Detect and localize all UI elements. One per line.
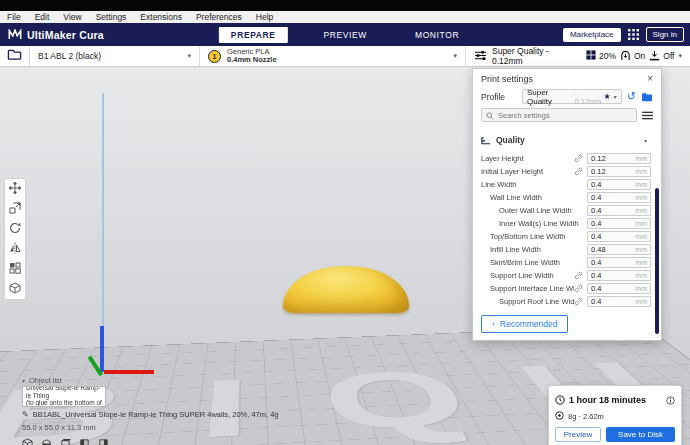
setting-value-field[interactable]: 0.4mm bbox=[587, 192, 651, 203]
right-view-button[interactable] bbox=[98, 437, 109, 445]
menu-item-extensions[interactable]: Extensions bbox=[140, 12, 182, 22]
left-view-button[interactable] bbox=[79, 437, 90, 445]
setting-row-wall-line-width[interactable]: Wall Line Width0.4mm bbox=[473, 191, 661, 204]
setting-unit: mm bbox=[635, 168, 647, 175]
setting-label: Wall Line Width bbox=[481, 193, 587, 202]
adhesion-summary: Off bbox=[649, 50, 674, 63]
setting-row-infill-line-width[interactable]: Infill Line Width0.48mm bbox=[473, 243, 661, 256]
tab-monitor[interactable]: MONITOR bbox=[403, 27, 471, 43]
setting-unit: mm bbox=[635, 155, 647, 162]
menu-item-help[interactable]: Help bbox=[256, 12, 273, 22]
reset-profile-icon[interactable]: ↺ bbox=[627, 91, 636, 102]
setting-value-field[interactable]: 0.4mm bbox=[587, 231, 651, 242]
link-icon bbox=[574, 167, 583, 176]
move-tool-button[interactable] bbox=[5, 179, 25, 199]
tab-prepare[interactable]: PREPARE bbox=[219, 27, 288, 43]
menu-item-file[interactable]: File bbox=[7, 12, 21, 22]
recommended-button[interactable]: ‹ Recommended bbox=[481, 315, 568, 333]
setting-label: Initial Layer Height bbox=[481, 167, 574, 176]
setting-row-outer-wall-line-width[interactable]: Outer Wall Line Width0.4mm bbox=[473, 204, 661, 217]
setting-row-inner-wall-s-line-width[interactable]: Inner Wall(s) Line Width0.4mm bbox=[473, 217, 661, 230]
summary-right: 20% On Off ▾ bbox=[586, 50, 682, 63]
setting-value-field[interactable]: 0.4mm bbox=[587, 296, 651, 307]
print-settings-panel: Print settings × Profile Super Quality -… bbox=[472, 68, 662, 341]
setting-value-field[interactable]: 0.4mm bbox=[587, 283, 651, 294]
setting-value: 0.4 bbox=[591, 180, 601, 189]
material-info: Generic PLA 0.4mm Nozzle bbox=[227, 48, 277, 65]
profile-row: Profile Super Quality - 0.12mm ★ ▾ ↺ bbox=[473, 88, 661, 108]
open-file-button[interactable] bbox=[0, 46, 30, 66]
marketplace-button[interactable]: Marketplace bbox=[563, 28, 621, 42]
sign-in-button[interactable]: Sign in bbox=[646, 27, 684, 42]
setting-value-field[interactable]: 0.4mm bbox=[587, 257, 651, 268]
per-model-settings-tool-button[interactable] bbox=[5, 259, 25, 279]
setting-row-support-line-width[interactable]: Support Line Width0.4mm bbox=[473, 269, 661, 282]
object-list-toggle[interactable]: ▾ Object list bbox=[22, 376, 279, 385]
profile-dropdown[interactable]: Super Quality - 0.12mm ★ ▾ bbox=[522, 89, 622, 104]
selected-object-row[interactable]: ✎ BB1ABL_Universal Slope-ie Ramp-ie Thin… bbox=[22, 410, 279, 419]
3d-view-button[interactable] bbox=[22, 437, 33, 445]
save-to-disk-button[interactable]: Save to Disk bbox=[606, 427, 675, 442]
setting-value-field[interactable]: 0.4mm bbox=[587, 205, 651, 216]
quality-section-icon bbox=[481, 131, 491, 149]
search-input[interactable] bbox=[498, 111, 632, 120]
material-usage-row: 8g · 2.62m bbox=[555, 411, 675, 422]
front-view-icon bbox=[41, 437, 52, 445]
mirror-tool-button[interactable] bbox=[5, 239, 25, 259]
preview-button[interactable]: Preview bbox=[555, 427, 601, 442]
menu-item-preferences[interactable]: Preferences bbox=[196, 12, 242, 22]
setting-value-field[interactable]: 0.4mm bbox=[587, 270, 651, 281]
setting-row-layer-height[interactable]: Layer Height0.12mm bbox=[473, 152, 661, 165]
setting-row-initial-layer-height[interactable]: Initial Layer Height0.12mm bbox=[473, 165, 661, 178]
setting-row-skirt-brim-line-width[interactable]: Skirt/Brim Line Width0.4mm bbox=[473, 256, 661, 269]
edit-name-icon[interactable]: ✎ bbox=[22, 410, 29, 419]
menu-item-edit[interactable]: Edit bbox=[35, 12, 50, 22]
search-box[interactable] bbox=[481, 108, 637, 122]
scale-tool-button[interactable] bbox=[5, 199, 25, 219]
setting-unit: mm bbox=[635, 181, 647, 188]
configuration-bar: B1 ABL 2 (black) ▾ 1 Generic PLA 0.4mm N… bbox=[0, 46, 690, 67]
top-view-button[interactable] bbox=[60, 437, 71, 445]
support-icon bbox=[620, 50, 631, 63]
action-panel: 1 hour 18 minutes 8g · 2.62m Preview Sav… bbox=[548, 385, 682, 445]
brand: UltiMaker Cura bbox=[0, 26, 104, 44]
top-view-icon bbox=[60, 437, 71, 445]
setting-value-field[interactable]: 0.12mm bbox=[587, 153, 651, 164]
setting-unit: mm bbox=[635, 220, 647, 227]
info-icon[interactable] bbox=[666, 396, 675, 405]
settings-menu-icon[interactable] bbox=[642, 111, 653, 120]
os-titlebar bbox=[0, 0, 690, 11]
setting-value-field[interactable]: 0.12mm bbox=[587, 166, 651, 177]
model-dome[interactable] bbox=[283, 266, 409, 313]
rotate-tool-button[interactable] bbox=[5, 219, 25, 239]
setting-value-field[interactable]: 0.48mm bbox=[587, 244, 651, 255]
material-selector[interactable]: 1 Generic PLA 0.4mm Nozzle ▾ bbox=[200, 46, 466, 66]
printer-selector[interactable]: B1 ABL 2 (black) ▾ bbox=[30, 46, 200, 66]
front-view-button[interactable] bbox=[41, 437, 52, 445]
setting-value: 0.4 bbox=[591, 297, 601, 306]
menu-item-view[interactable]: View bbox=[63, 12, 81, 22]
setting-label: Outer Wall Line Width bbox=[481, 206, 587, 215]
panel-scrollbar[interactable] bbox=[655, 188, 659, 334]
support-blocker-tool-button[interactable] bbox=[5, 279, 25, 299]
close-icon[interactable]: × bbox=[647, 74, 653, 84]
setting-row-support-interface-line-width[interactable]: Support Interface Line Width0.4mm bbox=[473, 282, 661, 295]
setting-row-line-width[interactable]: Line Width0.4mm bbox=[473, 178, 661, 191]
object-dimensions: 55.0 x 55.0 x 11.3 mm bbox=[22, 423, 279, 432]
print-settings-summary[interactable]: Super Quality - 0.12mm 20% On Off ▾ bbox=[466, 46, 690, 66]
section-quality[interactable]: Quality ▾ bbox=[473, 127, 661, 152]
save-profile-icon[interactable] bbox=[641, 92, 653, 102]
object-list-area: ▾ Object list Universal Slope-ie Ramp-ie… bbox=[22, 376, 279, 445]
setting-value-field[interactable]: 0.4mm bbox=[587, 218, 651, 229]
setting-row-support-roof-line-width[interactable]: Support Roof Line Width0.4mm bbox=[473, 295, 661, 308]
setting-row-top-bottom-line-width[interactable]: Top/Bottom Line Width0.4mm bbox=[473, 230, 661, 243]
setting-value: 0.4 bbox=[591, 258, 601, 267]
setting-value-field[interactable]: 0.4mm bbox=[587, 179, 651, 190]
app-title: UltiMaker Cura bbox=[27, 29, 104, 41]
apps-grid-icon[interactable] bbox=[628, 29, 639, 40]
selected-object-name: BB1ABL_Universal Slope-ie Ramp-ie Thing … bbox=[33, 410, 279, 419]
menu-item-settings[interactable]: Settings bbox=[96, 12, 127, 22]
3d-view-icon bbox=[22, 437, 33, 445]
setting-unit: mm bbox=[635, 194, 647, 201]
tab-preview[interactable]: PREVIEW bbox=[312, 27, 379, 43]
